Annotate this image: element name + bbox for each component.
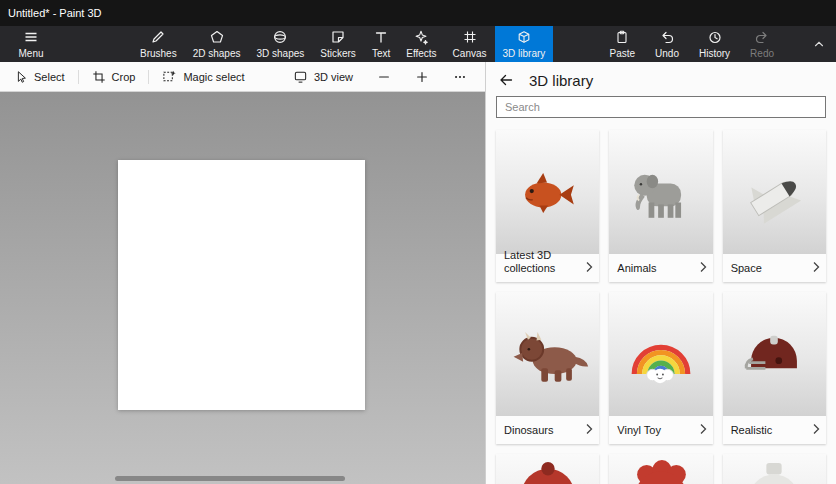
card-realistic[interactable]: Realistic [723,292,826,444]
card-animals[interactable]: Animals [609,130,712,282]
magic-select-icon [162,69,177,84]
titlebar: Untitled* - Paint 3D [0,0,836,26]
divider [148,70,149,84]
tool-text[interactable]: Text [364,26,398,62]
tool-effects[interactable]: Effects [398,26,444,62]
chevron-right-icon [812,423,821,435]
card-partial-3[interactable] [723,454,826,484]
window-title: Untitled* - Paint 3D [8,7,102,19]
tool-canvas[interactable]: Canvas [445,26,495,62]
redo-button[interactable]: Redo [740,26,784,62]
plus-icon [415,70,429,84]
chevron-right-icon [585,423,594,435]
back-button[interactable] [498,72,514,88]
fish-model-image [496,130,599,254]
crop-button[interactable]: Crop [92,70,136,84]
undo-button[interactable]: Undo [645,26,689,62]
panel-title: 3D library [529,72,593,89]
undo-icon [659,29,675,45]
redo-icon [754,29,770,45]
ellipsis-icon [453,70,467,84]
card-partial-1[interactable] [496,454,599,484]
tool-brushes[interactable]: Brushes [132,26,185,62]
tool-group: Brushes 2D shapes 3D shapes Stickers Tex… [132,26,553,62]
select-button[interactable]: Select [14,70,65,84]
chevron-right-icon [699,423,708,435]
light-object-model-image [723,454,826,484]
2d-shapes-icon [209,29,225,45]
text-icon [373,29,389,45]
search-input[interactable] [496,96,826,118]
history-button[interactable]: History [689,26,740,62]
crop-icon [92,70,106,84]
3d-view-icon [293,69,308,84]
stickers-icon [330,29,346,45]
3d-view-button[interactable]: 3D view [293,69,353,84]
panel-header: 3D library [486,62,836,94]
chevron-right-icon [812,261,821,273]
tool-stickers[interactable]: Stickers [312,26,364,62]
card-latest-3d-collections[interactable]: Latest 3D collections [496,130,599,282]
3d-library-panel: 3D library Latest 3D collections [485,62,836,484]
3d-library-icon [516,29,532,45]
red-knit-object-model-image [609,454,712,484]
tool-2d-shapes[interactable]: 2D shapes [185,26,249,62]
brush-icon [150,29,166,45]
paste-icon [614,29,630,45]
effects-icon [413,29,429,45]
select-cursor-icon [14,70,28,84]
zoom-in-button[interactable] [415,70,429,84]
tool-3d-library[interactable]: 3D library [495,26,554,62]
triceratops-model-image [496,292,599,416]
main-toolbar: Menu Brushes 2D shapes 3D shapes Sticker… [0,26,836,62]
3d-shapes-icon [272,29,288,45]
tool-3d-shapes[interactable]: 3D shapes [249,26,313,62]
magic-select-button[interactable]: Magic select [162,69,244,84]
canvas-icon [462,29,478,45]
red-object-model-image [496,454,599,484]
chevron-right-icon [585,261,594,273]
rainbow-model-image [609,292,712,416]
zoom-out-button[interactable] [377,70,391,84]
card-space[interactable]: Space [723,130,826,282]
divider [78,70,79,84]
card-partial-2[interactable] [609,454,712,484]
menu-button[interactable]: Menu [0,26,62,62]
horizontal-scrollbar[interactable] [115,476,345,481]
chevron-up-icon [812,37,826,51]
card-dinosaurs[interactable]: Dinosaurs [496,292,599,444]
space-shuttle-model-image [723,130,826,254]
card-vinyl-toy[interactable]: Vinyl Toy [609,292,712,444]
menu-icon [23,29,39,45]
paste-button[interactable]: Paste [599,26,645,62]
elephant-model-image [609,130,712,254]
library-grid: Latest 3D collections [486,128,836,484]
action-group: Paste Undo History Redo [599,26,784,62]
more-options-button[interactable] [453,70,467,84]
menu-label: Menu [18,48,43,59]
football-helmet-model-image [723,292,826,416]
edit-toolbar: Select Crop Magic select 3 [0,62,485,92]
canvas[interactable] [118,160,365,410]
history-icon [707,29,723,45]
minus-icon [377,70,391,84]
chevron-right-icon [699,261,708,273]
workspace [0,92,485,484]
collapse-ribbon-button[interactable] [802,26,836,62]
